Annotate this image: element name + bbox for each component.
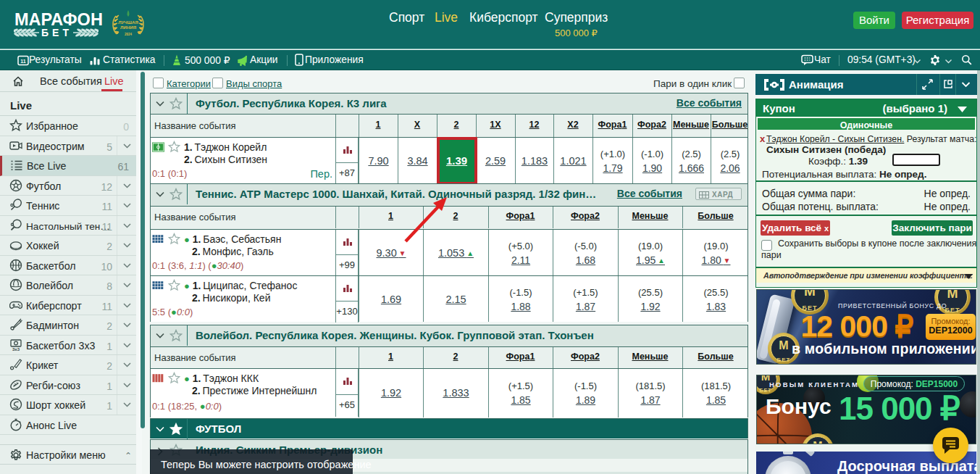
svg-text:2024: 2024 [125,33,133,36]
svg-text:11: 11 [20,59,26,64]
svg-text:ЛИНИЯ: ЛИНИЯ [120,25,137,30]
svg-text:3x3: 3x3 [12,347,20,352]
svg-text:ЛУЧШАЯ: ЛУЧШАЯ [118,20,138,25]
